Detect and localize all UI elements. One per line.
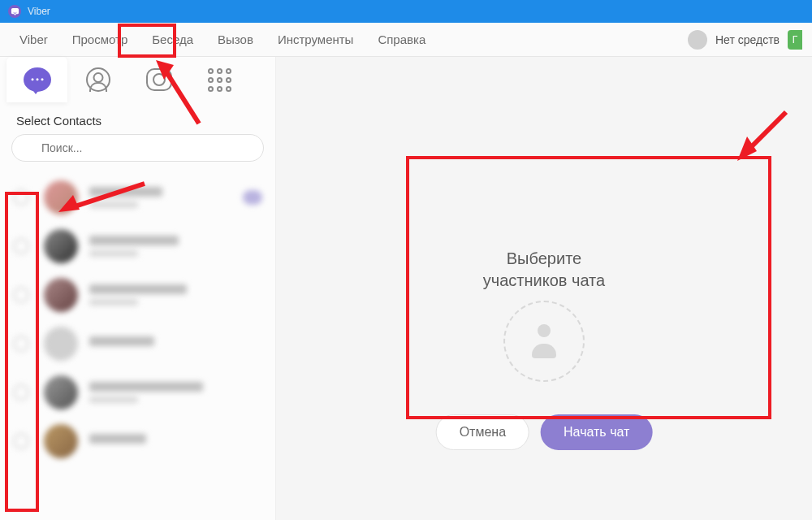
tab-camera[interactable] [128, 57, 189, 102]
menu-viber[interactable]: Viber [10, 28, 58, 51]
contact-radio[interactable] [13, 287, 29, 303]
contact-avatar [44, 180, 78, 214]
menu-tools[interactable]: Инструменты [268, 28, 364, 51]
contact-item[interactable] [0, 368, 275, 417]
contact-item[interactable] [0, 222, 275, 271]
contact-radio[interactable] [13, 189, 29, 206]
contact-avatar [44, 229, 78, 263]
contact-item[interactable] [0, 319, 275, 368]
menu-call[interactable]: Вызов [208, 28, 263, 51]
contact-radio[interactable] [13, 238, 29, 254]
contact-radio[interactable] [13, 336, 29, 352]
viber-badge-icon [243, 190, 262, 205]
tab-contacts[interactable] [67, 57, 128, 102]
group-avatar-placeholder[interactable] [503, 301, 585, 382]
window-title: Viber [28, 6, 50, 17]
person-icon [86, 67, 110, 92]
contact-radio[interactable] [13, 384, 29, 401]
cancel-button[interactable]: Отмена [436, 414, 529, 450]
menubar: Viber Просмотр Беседа Вызов Инструменты … [0, 23, 812, 57]
section-title: Select Contacts [0, 102, 275, 134]
menu-conversation[interactable]: Беседа [142, 28, 203, 51]
menu-help[interactable]: Справка [368, 28, 435, 51]
main-panel: Выберите участников чата Отмена Начать ч… [276, 57, 812, 520]
grid-dots-icon [208, 68, 231, 92]
person-silhouette-icon [527, 324, 561, 358]
status-badge[interactable]: Г [788, 30, 802, 50]
sidebar-tabs [0, 57, 275, 102]
window-titlebar: Viber [0, 0, 812, 23]
search-input[interactable] [11, 134, 264, 162]
contact-avatar [44, 375, 78, 410]
start-chat-button[interactable]: Начать чат [541, 414, 652, 450]
contact-item[interactable] [0, 271, 275, 319]
contact-item[interactable] [0, 417, 275, 466]
contact-item[interactable] [0, 173, 275, 222]
user-avatar[interactable] [688, 30, 707, 50]
contact-avatar [44, 327, 78, 361]
viber-app-icon [8, 5, 21, 18]
contact-avatar [44, 424, 78, 458]
menu-view[interactable]: Просмотр [63, 28, 138, 51]
sidebar: Select Contacts [0, 57, 276, 520]
tab-chats[interactable] [6, 57, 67, 102]
contact-list [0, 170, 275, 520]
camera-icon [146, 68, 172, 91]
balance-label: Нет средств [715, 33, 780, 46]
contact-avatar [44, 278, 78, 312]
chat-bubble-icon [24, 67, 51, 92]
tab-more[interactable] [189, 57, 250, 102]
contact-radio[interactable] [13, 433, 29, 449]
prompt-text: Выберите участников чата [483, 248, 605, 292]
